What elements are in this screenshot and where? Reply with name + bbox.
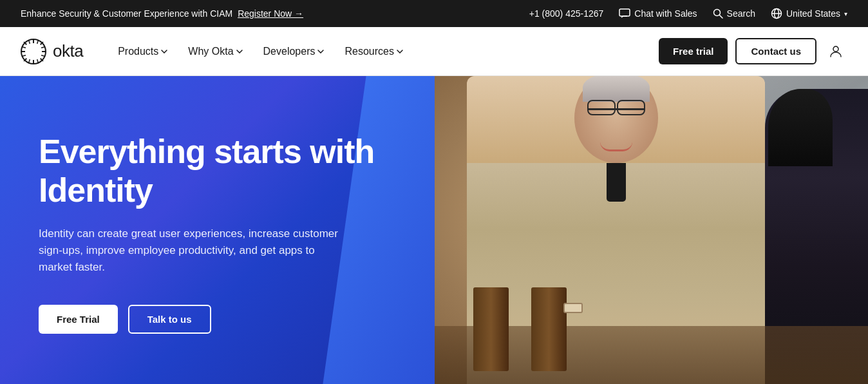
- free-trial-hero-button[interactable]: Free Trial: [39, 305, 118, 334]
- svg-line-22: [22, 46, 26, 48]
- nav-links: Products Why Okta Developers Resources: [109, 41, 412, 62]
- globe-icon: [771, 8, 782, 19]
- chevron-down-icon: [317, 50, 324, 53]
- svg-line-16: [37, 40, 39, 44]
- hero-photo: [435, 76, 868, 384]
- person-smile: [600, 142, 632, 151]
- contact-us-button[interactable]: Contact us: [735, 38, 816, 64]
- svg-line-20: [29, 59, 30, 63]
- promo-text: Enhance Security & Customer Experience w…: [21, 8, 232, 19]
- person-head: [574, 76, 658, 163]
- banner-actions: +1 (800) 425-1267 Chat with Sales Search: [529, 8, 847, 19]
- chair-left: [473, 287, 509, 371]
- hero-content: Everything starts with Identity Identity…: [39, 133, 396, 334]
- nav-label-products: Products: [118, 46, 158, 57]
- region-chevron-icon: ▾: [844, 10, 847, 17]
- promo-section: Enhance Security & Customer Experience w…: [21, 8, 303, 19]
- register-link[interactable]: Register Now →: [238, 8, 303, 19]
- person-hair: [583, 76, 650, 102]
- watch: [563, 303, 583, 313]
- hero-buttons: Free Trial Talk to us: [39, 305, 396, 334]
- nav-item-products[interactable]: Products: [109, 41, 176, 62]
- svg-line-15: [29, 40, 30, 44]
- hero-image: [435, 76, 868, 384]
- chat-icon: [619, 8, 630, 19]
- hero-title: Everything starts with Identity: [39, 133, 396, 210]
- svg-line-17: [41, 46, 45, 48]
- svg-line-21: [22, 55, 26, 56]
- svg-rect-0: [619, 9, 630, 16]
- chair-right: [531, 287, 567, 371]
- chat-label: Chat with Sales: [634, 8, 697, 19]
- svg-point-23: [833, 46, 838, 52]
- region-label: United States: [786, 8, 840, 19]
- logo[interactable]: okta: [21, 39, 83, 64]
- nav-item-resources[interactable]: Resources: [335, 41, 411, 62]
- glasses-right: [617, 100, 645, 115]
- top-banner: Enhance Security & Customer Experience w…: [0, 0, 868, 27]
- nav-item-why-okta[interactable]: Why Okta: [179, 41, 251, 62]
- chat-with-sales[interactable]: Chat with Sales: [619, 8, 697, 19]
- second-person-hair: [768, 89, 833, 166]
- svg-line-19: [37, 59, 39, 63]
- user-account-button[interactable]: [824, 40, 847, 63]
- search-button[interactable]: Search: [713, 8, 755, 19]
- chevron-down-icon: [397, 50, 403, 53]
- person-collar-dark: [607, 163, 626, 202]
- nav-item-developers[interactable]: Developers: [254, 41, 334, 62]
- hero-subtitle: Identity can create great user experienc…: [39, 226, 348, 276]
- svg-line-2: [719, 15, 722, 19]
- nav-right: Free trial Contact us: [659, 38, 847, 64]
- logo-text: okta: [53, 41, 83, 61]
- nav-left: okta Products Why Okta Developers: [21, 39, 412, 64]
- nav-label-developers: Developers: [263, 46, 316, 57]
- main-navigation: okta Products Why Okta Developers: [0, 27, 868, 76]
- nav-label-resources: Resources: [344, 46, 393, 57]
- region-selector[interactable]: United States ▾: [771, 8, 847, 19]
- free-trial-button[interactable]: Free trial: [659, 38, 728, 64]
- okta-logo-icon: [21, 39, 46, 64]
- glasses-left: [587, 100, 616, 115]
- chevron-down-icon: [161, 50, 167, 53]
- person-glasses: [587, 108, 645, 111]
- phone-number[interactable]: +1 (800) 425-1267: [529, 8, 604, 19]
- talk-to-us-button[interactable]: Talk to us: [128, 305, 211, 334]
- user-icon: [828, 44, 844, 59]
- search-icon: [713, 8, 723, 19]
- nav-label-why-okta: Why Okta: [188, 46, 233, 57]
- chevron-down-icon: [236, 50, 243, 53]
- search-label: Search: [727, 8, 755, 19]
- svg-line-18: [41, 55, 45, 56]
- hero-section: Everything starts with Identity Identity…: [0, 76, 868, 384]
- hero-left: Everything starts with Identity Identity…: [0, 76, 435, 384]
